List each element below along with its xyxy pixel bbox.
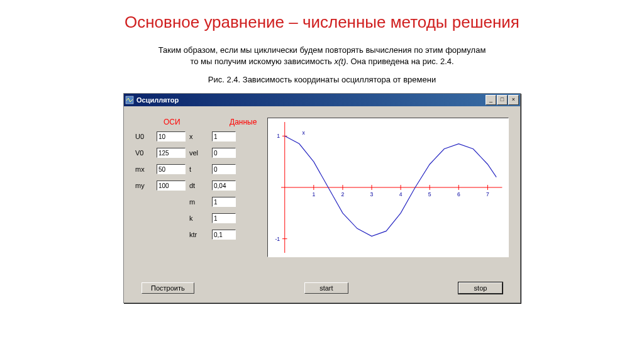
- svg-text:2: 2: [341, 191, 345, 197]
- input-x[interactable]: [212, 131, 236, 142]
- window-title: Осциллятор: [136, 96, 486, 104]
- minimize-button[interactable]: _: [486, 95, 496, 105]
- description-line1: Таким образом, если мы циклически будем …: [158, 45, 486, 55]
- input-t[interactable]: [212, 164, 236, 174]
- label-mx: mx: [135, 165, 153, 173]
- chart-area: 1234567-11x: [267, 118, 509, 257]
- label-dt: dt: [189, 182, 208, 189]
- page-title: Основное уравнение – численные методы ре…: [38, 13, 606, 32]
- label-my: my: [135, 182, 153, 189]
- input-m[interactable]: [212, 197, 236, 207]
- svg-text:x: x: [302, 130, 305, 136]
- app-window: Осциллятор _ □ × ОСИ Данные U0 x V0: [123, 93, 521, 303]
- description-line2a: то мы получим искомую зависимость: [190, 57, 334, 66]
- svg-text:3: 3: [370, 191, 374, 197]
- label-m: m: [189, 198, 208, 206]
- input-v0[interactable]: [157, 148, 186, 158]
- label-k: k: [189, 214, 208, 222]
- input-vel[interactable]: [212, 148, 236, 158]
- maximize-button[interactable]: □: [497, 95, 508, 105]
- svg-text:5: 5: [428, 191, 431, 197]
- stop-button[interactable]: stop: [458, 282, 502, 294]
- label-t: t: [189, 165, 208, 173]
- figure-caption: Рис. 2.4. Зависимость координаты осцилля…: [38, 75, 606, 84]
- description-line2b: . Она приведена на рис. 2.4.: [346, 57, 453, 66]
- build-button[interactable]: Построить: [142, 282, 194, 294]
- svg-text:4: 4: [399, 191, 402, 197]
- oscillator-chart: 1234567-11x: [268, 118, 508, 257]
- description-text: Таким образом, если мы циклически будем …: [108, 45, 536, 67]
- title-bar: Осциллятор _ □ ×: [124, 94, 520, 106]
- close-button[interactable]: ×: [508, 95, 519, 105]
- input-u0[interactable]: [157, 131, 186, 142]
- input-my[interactable]: [157, 181, 186, 191]
- window-body: ОСИ Данные U0 x V0 vel mx t my: [124, 106, 520, 303]
- start-button[interactable]: start: [304, 282, 348, 294]
- window-controls: _ □ ×: [486, 95, 519, 105]
- label-v0: V0: [135, 149, 153, 157]
- app-icon: [125, 96, 134, 104]
- label-ktr: ktr: [189, 231, 208, 238]
- description-xt: x(t): [334, 57, 346, 66]
- label-x: x: [189, 133, 208, 140]
- input-ktr[interactable]: [212, 230, 236, 240]
- svg-text:7: 7: [486, 191, 489, 197]
- svg-text:6: 6: [457, 191, 460, 197]
- label-u0: U0: [135, 133, 153, 140]
- input-k[interactable]: [212, 213, 236, 223]
- header-dannye: Данные: [230, 118, 257, 126]
- svg-text:1: 1: [312, 191, 315, 197]
- input-mx[interactable]: [157, 164, 186, 174]
- header-osi: ОСИ: [135, 118, 230, 126]
- svg-text:-1: -1: [275, 236, 280, 242]
- parameters-panel: ОСИ Данные U0 x V0 vel mx t my: [135, 118, 261, 257]
- buttons-row: Построить start stop: [135, 282, 509, 294]
- label-vel: vel: [189, 149, 208, 157]
- input-dt[interactable]: [212, 181, 236, 191]
- svg-text:1: 1: [277, 133, 280, 140]
